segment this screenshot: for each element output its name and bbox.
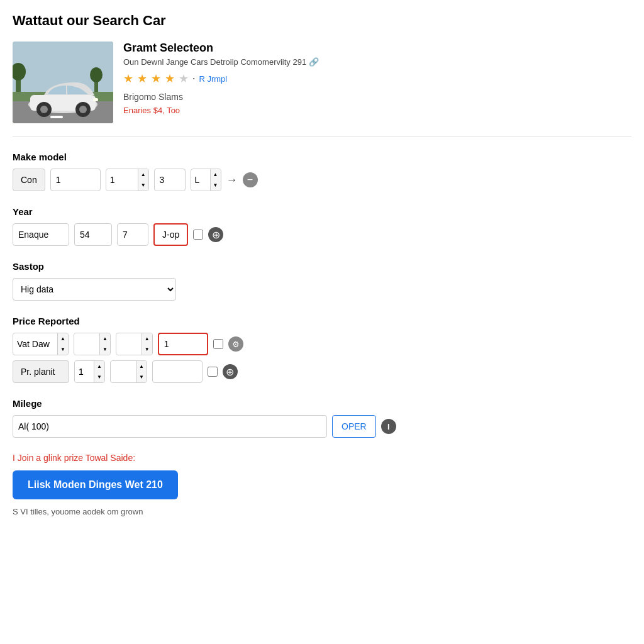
car-name: Gramt Selecteon xyxy=(123,42,631,55)
price-input2[interactable] xyxy=(74,333,99,355)
svg-point-10 xyxy=(40,106,48,113)
star-4: ★ xyxy=(165,72,175,86)
mileage-section: Milege OPER I xyxy=(13,398,631,438)
price-row2-input1[interactable] xyxy=(75,361,94,382)
price-row2-input3[interactable] xyxy=(152,360,203,383)
car-info: Gramt Selecteon Oun Dewnl Jange Cars Det… xyxy=(123,42,631,116)
make-model-title: Make model xyxy=(13,152,631,162)
year-plus-icon[interactable]: ⊕ xyxy=(208,227,223,242)
star-5: ★ xyxy=(179,72,189,86)
car-subtitle: Oun Dewnl Jange Cars Detroiip Comomervii… xyxy=(123,57,631,67)
year-field1[interactable] xyxy=(13,223,69,246)
price-row2-down2[interactable]: ▼ xyxy=(136,372,147,382)
sastop-section: Sastop Hig data Low data Mid data xyxy=(13,261,631,301)
year-jop-button[interactable]: J-op xyxy=(153,223,188,246)
l-spinner-down[interactable]: ▼ xyxy=(211,180,221,191)
star-3: ★ xyxy=(151,72,161,86)
price-spinner3: ▲ ▼ xyxy=(116,333,153,355)
l-spinner-group: ▲ ▼ xyxy=(191,169,221,191)
price-row2: Pr. planit ▲ ▼ ▲ ▼ ⊕ xyxy=(13,360,631,383)
price-checkbox2[interactable] xyxy=(208,367,218,377)
price-row2-up2[interactable]: ▲ xyxy=(136,361,147,372)
price-spinner2-up[interactable]: ▲ xyxy=(100,333,110,344)
price-row2-spinner2: ▲ ▼ xyxy=(110,360,147,383)
price-row2-input2[interactable] xyxy=(111,361,136,382)
vatdaw-down[interactable]: ▼ xyxy=(58,344,68,355)
footer-text: S VI tilles, youome aodek om grown xyxy=(13,507,631,516)
spinner1-group: ▲ ▼ xyxy=(106,169,149,191)
car-extra-link[interactable]: Enaries $4, Too xyxy=(123,106,180,115)
minus-icon[interactable]: − xyxy=(243,172,258,187)
year-section: Year J-op ⊕ xyxy=(13,206,631,246)
vatdaw-up[interactable]: ▲ xyxy=(58,333,68,344)
svg-point-5 xyxy=(90,67,103,82)
mileage-title: Milege xyxy=(13,398,631,409)
make-model-row: Con ▲ ▼ ▲ ▼ → − xyxy=(13,169,631,191)
price-highlight-input[interactable] xyxy=(158,333,208,355)
price-spinner3-up[interactable]: ▲ xyxy=(142,333,152,344)
arrow-icon: → xyxy=(226,174,238,187)
star-2: ★ xyxy=(137,72,147,86)
mileage-row: OPER I xyxy=(13,415,631,438)
spinner1-input[interactable] xyxy=(106,169,138,191)
price-row2-down1[interactable]: ▼ xyxy=(94,372,104,382)
price-spinner3-down[interactable]: ▼ xyxy=(142,344,152,355)
price-row2-spinner1: ▲ ▼ xyxy=(74,360,105,383)
gear-icon1[interactable]: ⚙ xyxy=(228,336,243,352)
star-1: ★ xyxy=(123,72,133,86)
l-spinner-up[interactable]: ▲ xyxy=(211,169,221,180)
price-section: Price Reported ▲ ▼ ▲ ▼ ▲ ▼ ⚙ xyxy=(13,316,631,383)
make-model-input1[interactable] xyxy=(50,169,101,191)
year-row: J-op ⊕ xyxy=(13,223,631,246)
price-checkbox1[interactable] xyxy=(213,339,223,349)
year-field3[interactable] xyxy=(117,223,148,246)
pr-planit-btn[interactable]: Pr. planit xyxy=(13,360,69,383)
car-extra-label: Brigomo Slams xyxy=(123,92,631,102)
make-model-section: Make model Con ▲ ▼ ▲ ▼ → − xyxy=(13,152,631,191)
svg-point-12 xyxy=(79,106,87,113)
svg-rect-13 xyxy=(93,98,98,101)
price-row2-up1[interactable]: ▲ xyxy=(94,361,104,372)
price-title: Price Reported xyxy=(13,316,631,326)
price-plus-icon[interactable]: ⊕ xyxy=(223,364,238,379)
sastop-dropdown[interactable]: Hig data Low data Mid data xyxy=(13,278,176,301)
price-spinner2: ▲ ▼ xyxy=(74,333,111,355)
cta-button[interactable]: Liisk Moden Dinges Wet 210 xyxy=(13,470,178,499)
review-link[interactable]: R Jrmpl xyxy=(199,74,227,84)
info-icon[interactable]: I xyxy=(381,419,396,434)
price-input3[interactable] xyxy=(116,333,142,355)
l-input[interactable] xyxy=(191,169,210,191)
vatdaw-spinner: ▲ ▼ xyxy=(13,333,69,355)
svg-rect-14 xyxy=(50,116,63,118)
con-button[interactable]: Con xyxy=(13,169,45,191)
promo-text: I Join a glink prize Towal Saide: xyxy=(13,453,631,463)
spinner1-down[interactable]: ▼ xyxy=(138,180,148,191)
year-title: Year xyxy=(13,206,631,217)
year-field2[interactable] xyxy=(74,223,112,246)
page-title: Wattaut our Search Car xyxy=(13,13,631,29)
value3-input[interactable] xyxy=(154,169,186,191)
car-card: Gramt Selecteon Oun Dewnl Jange Cars Det… xyxy=(13,42,631,136)
sastop-row: Hig data Low data Mid data xyxy=(13,278,631,301)
mileage-input[interactable] xyxy=(13,415,327,438)
spinner1-up[interactable]: ▲ xyxy=(138,169,148,180)
car-image xyxy=(13,42,113,123)
stars-row: ★ ★ ★ ★ ★ · R Jrmpl xyxy=(123,72,631,86)
vatdaw-input[interactable] xyxy=(13,333,57,355)
oper-button[interactable]: OPER xyxy=(332,415,376,438)
year-checkbox[interactable] xyxy=(193,230,203,240)
sastop-title: Sastop xyxy=(13,261,631,272)
price-row1: ▲ ▼ ▲ ▼ ▲ ▼ ⚙ xyxy=(13,333,631,355)
price-spinner2-down[interactable]: ▼ xyxy=(100,344,110,355)
